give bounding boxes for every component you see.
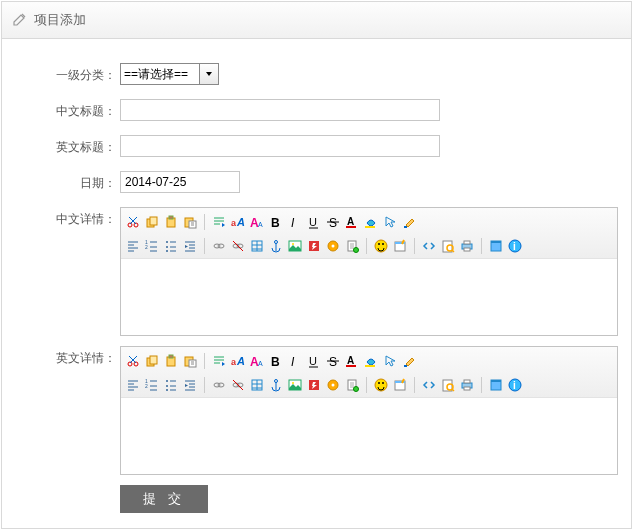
font-family-icon[interactable]: aA (230, 214, 246, 230)
bold-icon[interactable]: B (268, 353, 284, 369)
svg-point-34 (332, 245, 335, 248)
row-submit: 提交 (120, 485, 621, 513)
cut-icon[interactable] (125, 214, 141, 230)
font-color-icon[interactable]: A (344, 214, 360, 230)
row-detail-cn: 中文详情： aA AA B I U S (12, 207, 621, 336)
unordered-list-icon[interactable] (163, 238, 179, 254)
strike-icon[interactable]: S (325, 214, 341, 230)
underline-icon[interactable]: U (306, 214, 322, 230)
flash-icon[interactable] (306, 377, 322, 393)
svg-point-37 (375, 240, 387, 252)
about-icon[interactable]: i (507, 377, 523, 393)
date-input[interactable] (120, 171, 240, 193)
italic-icon[interactable]: I (287, 353, 303, 369)
separator-icon (481, 377, 482, 393)
print-icon[interactable] (459, 377, 475, 393)
separator-icon (414, 377, 415, 393)
unordered-list-icon[interactable] (163, 377, 179, 393)
align-left-icon[interactable] (125, 377, 141, 393)
select-icon[interactable] (382, 353, 398, 369)
italic-icon[interactable]: I (287, 214, 303, 230)
source-icon[interactable] (421, 238, 437, 254)
svg-rect-17 (346, 226, 356, 228)
anchor-icon[interactable] (268, 377, 284, 393)
table-icon[interactable] (249, 377, 265, 393)
svg-text:A: A (258, 221, 263, 228)
row-date: 日期： (12, 171, 621, 193)
source-icon[interactable] (421, 377, 437, 393)
bg-color-icon[interactable] (363, 214, 379, 230)
svg-rect-69 (365, 365, 375, 367)
label-title-cn: 中文标题： (12, 99, 120, 121)
image-icon[interactable] (287, 238, 303, 254)
svg-point-31 (292, 243, 294, 245)
svg-point-22 (166, 246, 168, 248)
title-en-input[interactable] (120, 135, 440, 157)
title-cn-input[interactable] (120, 99, 440, 121)
bold-icon[interactable]: B (268, 214, 284, 230)
font-family-icon[interactable]: aA (230, 353, 246, 369)
ordered-list-icon[interactable]: 12 (144, 377, 160, 393)
anchor-icon[interactable] (268, 238, 284, 254)
preview-icon[interactable] (440, 377, 456, 393)
emoji-icon[interactable] (373, 238, 389, 254)
submit-button[interactable]: 提交 (120, 485, 208, 513)
strike-icon[interactable]: S (325, 353, 341, 369)
fullscreen-icon[interactable] (488, 377, 504, 393)
svg-text:A: A (347, 216, 354, 227)
svg-point-76 (218, 383, 224, 387)
table-icon[interactable] (249, 238, 265, 254)
font-size-icon[interactable]: AA (249, 353, 265, 369)
category-select-input[interactable]: ==请选择== (121, 64, 199, 84)
paste-text-icon[interactable] (182, 353, 198, 369)
label-detail-en: 英文详情： (12, 346, 120, 475)
select-icon[interactable] (382, 214, 398, 230)
emoji-icon[interactable] (373, 377, 389, 393)
link-icon[interactable] (211, 238, 227, 254)
editor-cn-body[interactable] (121, 259, 617, 335)
clear-format-icon[interactable] (401, 353, 417, 369)
clear-format-icon[interactable] (401, 214, 417, 230)
svg-rect-5 (169, 216, 173, 219)
indent-icon[interactable] (182, 238, 198, 254)
date-icon[interactable] (392, 377, 408, 393)
svg-point-36 (354, 248, 359, 253)
bg-color-icon[interactable] (363, 353, 379, 369)
media-icon[interactable] (325, 238, 341, 254)
svg-text:A: A (347, 355, 354, 366)
attach-icon[interactable] (344, 377, 360, 393)
svg-rect-46 (464, 248, 470, 251)
unlink-icon[interactable] (230, 377, 246, 393)
paste-icon[interactable] (163, 353, 179, 369)
preview-icon[interactable] (440, 238, 456, 254)
print-icon[interactable] (459, 238, 475, 254)
align-left-icon[interactable] (125, 238, 141, 254)
category-select[interactable]: ==请选择== (120, 63, 219, 85)
indent-icon[interactable] (182, 377, 198, 393)
copy-icon[interactable] (144, 214, 160, 230)
paragraph-icon[interactable] (211, 353, 227, 369)
font-color-icon[interactable]: A (344, 353, 360, 369)
underline-icon[interactable]: U (306, 353, 322, 369)
copy-icon[interactable] (144, 353, 160, 369)
flash-icon[interactable] (306, 238, 322, 254)
cut-icon[interactable] (125, 353, 141, 369)
editor-en-body[interactable] (121, 398, 617, 474)
about-icon[interactable]: i (507, 238, 523, 254)
ordered-list-icon[interactable]: 12 (144, 238, 160, 254)
paragraph-icon[interactable] (211, 214, 227, 230)
unlink-icon[interactable] (230, 238, 246, 254)
paste-text-icon[interactable] (182, 214, 198, 230)
date-icon[interactable] (392, 238, 408, 254)
chevron-down-icon[interactable] (199, 64, 218, 84)
image-icon[interactable] (287, 377, 303, 393)
row-title-en: 英文标题： (12, 135, 621, 157)
media-icon[interactable] (325, 377, 341, 393)
svg-point-85 (332, 384, 335, 387)
row-title-cn: 中文标题： (12, 99, 621, 121)
font-size-icon[interactable]: AA (249, 214, 265, 230)
paste-icon[interactable] (163, 214, 179, 230)
attach-icon[interactable] (344, 238, 360, 254)
link-icon[interactable] (211, 377, 227, 393)
fullscreen-icon[interactable] (488, 238, 504, 254)
